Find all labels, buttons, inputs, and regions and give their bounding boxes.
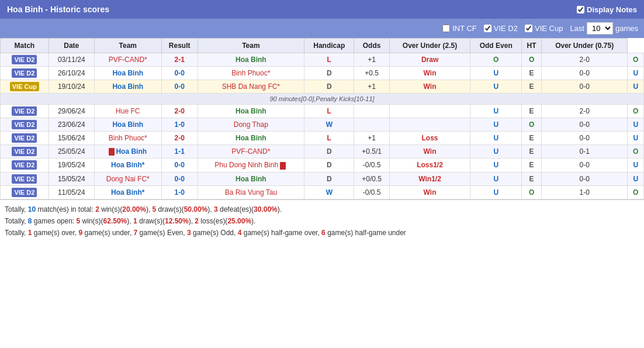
- ht-value: 0-0: [541, 172, 627, 185]
- separator-row: 90 minutes[0-0],Penalty Kicks[10-11]: [1, 94, 644, 105]
- col-odds: Odds: [354, 39, 389, 53]
- match-date: 15/06/24: [49, 132, 94, 145]
- ht-value: 0-0: [541, 132, 627, 145]
- match-type: VIE Cup: [1, 80, 49, 94]
- team1-name: Dong Nai FC*: [94, 172, 161, 185]
- match-date: 15/05/24: [49, 172, 94, 185]
- ht-value: 2-0: [541, 105, 627, 118]
- team1-name: Hoa Binh: [94, 67, 161, 80]
- ou25-value: U: [470, 159, 522, 172]
- header-controls: Display Notes: [577, 5, 637, 14]
- table-row: VIE D2 25/05/24 Hoa Binh 1-1 PVF-CAND* D…: [1, 145, 644, 159]
- filter-intcf[interactable]: INT CF: [442, 24, 477, 33]
- team2-name: Hoa Binh: [198, 53, 304, 67]
- table-row: VIE D2 23/06/24 Hoa Binh 1-0 Dong Thap W…: [1, 118, 644, 132]
- team1-name: Hoa Binh: [94, 145, 161, 159]
- match-type: VIE D2: [1, 53, 49, 67]
- match-result: D: [304, 67, 354, 80]
- match-result: D: [304, 172, 354, 185]
- last-games-filter[interactable]: Last 10 20 30 games: [570, 22, 638, 35]
- summary-line1: Totally, 10 match(es) in total: 2 win(s)…: [5, 204, 639, 215]
- match-type: VIE D2: [1, 132, 49, 145]
- table-row: VIE Cup 19/10/24 Hoa Binh 0-0 SHB Da Nan…: [1, 80, 644, 94]
- match-score: 1-0: [161, 185, 198, 199]
- odds-value: Loss1/2: [389, 159, 470, 172]
- ht-value: 1-0: [541, 185, 627, 199]
- odds-value: [389, 118, 470, 132]
- handicap-value: +0/0.5: [354, 172, 389, 185]
- summary-line3: Totally, 1 game(s) over, 9 game(s) under…: [5, 227, 639, 239]
- team2-name: Binh Phuoc*: [198, 67, 304, 80]
- col-date: Date: [49, 39, 94, 53]
- handicap-value: +1: [354, 80, 389, 94]
- table-row: VIE D2 26/10/24 Hoa Binh 0-0 Binh Phuoc*…: [1, 67, 644, 80]
- ou25-value: U: [470, 185, 522, 199]
- team1-name: Hue FC: [94, 105, 161, 118]
- match-result: W: [304, 185, 354, 199]
- filter-intcf-checkbox[interactable]: [442, 25, 450, 32]
- oddeven-value: O: [522, 185, 542, 199]
- col-handicap: Handicap: [304, 39, 354, 53]
- team2-name: SHB Da Nang FC*: [198, 80, 304, 94]
- match-score: 0-0: [161, 159, 198, 172]
- match-score: 2-0: [161, 105, 198, 118]
- oddeven-value: O: [522, 118, 542, 132]
- table-header-row: Match Date Team Result Team Handicap Odd…: [1, 39, 644, 53]
- filter-viecup-checkbox[interactable]: [525, 25, 532, 32]
- col-ou075: Over Under (0.75): [541, 39, 627, 53]
- filter-vied2[interactable]: VIE D2: [484, 24, 518, 33]
- match-date: 26/10/24: [49, 67, 94, 80]
- col-team1: Team: [94, 39, 161, 53]
- oddeven-value: E: [522, 67, 542, 80]
- odds-value: Win1/2: [389, 172, 470, 185]
- team2-name: Phu Dong Ninh Binh: [198, 159, 304, 172]
- ou075-value: U: [628, 159, 644, 172]
- ou075-value: U: [628, 132, 644, 145]
- match-result: D: [304, 159, 354, 172]
- handicap-value: +0.5/1: [354, 145, 389, 159]
- ou25-value: U: [470, 67, 522, 80]
- display-notes-label[interactable]: Display Notes: [577, 5, 637, 14]
- scores-table: Match Date Team Result Team Handicap Odd…: [0, 38, 644, 199]
- match-result: D: [304, 80, 354, 94]
- match-type: VIE D2: [1, 118, 49, 132]
- match-date: 03/11/24: [49, 53, 94, 67]
- filter-row: INT CF VIE D2 VIE Cup Last 10 20 30 game…: [0, 19, 644, 38]
- filter-vied2-checkbox[interactable]: [484, 25, 491, 32]
- oddeven-value: E: [522, 145, 542, 159]
- ou25-value: U: [470, 132, 522, 145]
- handicap-value: -0/0.5: [354, 159, 389, 172]
- team2-name: PVF-CAND*: [198, 145, 304, 159]
- match-type: VIE D2: [1, 185, 49, 199]
- ou25-value: U: [470, 105, 522, 118]
- col-oddeven: Odd Even: [470, 39, 522, 53]
- table-row: VIE D2 11/05/24 Hoa Binh* 1-0 Ba Ria Vun…: [1, 185, 644, 199]
- display-notes-checkbox[interactable]: [577, 6, 584, 13]
- oddeven-value: E: [522, 80, 542, 94]
- team2-name: Hoa Binh: [198, 172, 304, 185]
- match-date: 19/10/24: [49, 80, 94, 94]
- last-games-select[interactable]: 10 20 30: [587, 22, 613, 35]
- ht-value: 2-0: [541, 53, 627, 67]
- ou075-value: U: [628, 172, 644, 185]
- oddeven-value: E: [522, 159, 542, 172]
- team2-name: Dong Thap: [198, 118, 304, 132]
- team1-name: Binh Phuoc*: [94, 132, 161, 145]
- match-result: L: [304, 105, 354, 118]
- ht-value: 0-1: [541, 145, 627, 159]
- match-result: D: [304, 145, 354, 159]
- header: Hoa Binh - Historic scores Display Notes: [0, 0, 644, 19]
- match-result: L: [304, 132, 354, 145]
- handicap-value: [354, 118, 389, 132]
- match-score: 0-0: [161, 80, 198, 94]
- match-score: 1-0: [161, 118, 198, 132]
- filter-viecup[interactable]: VIE Cup: [525, 24, 563, 33]
- match-score: 0-0: [161, 67, 198, 80]
- ht-value: 0-0: [541, 67, 627, 80]
- table-row: VIE D2 03/11/24 PVF-CAND* 2-1 Hoa Binh L…: [1, 53, 644, 67]
- odds-value: Loss: [389, 132, 470, 145]
- col-ht: HT: [522, 39, 542, 53]
- handicap-value: +0.5: [354, 67, 389, 80]
- handicap-value: [354, 105, 389, 118]
- ht-value: 0-0: [541, 80, 627, 94]
